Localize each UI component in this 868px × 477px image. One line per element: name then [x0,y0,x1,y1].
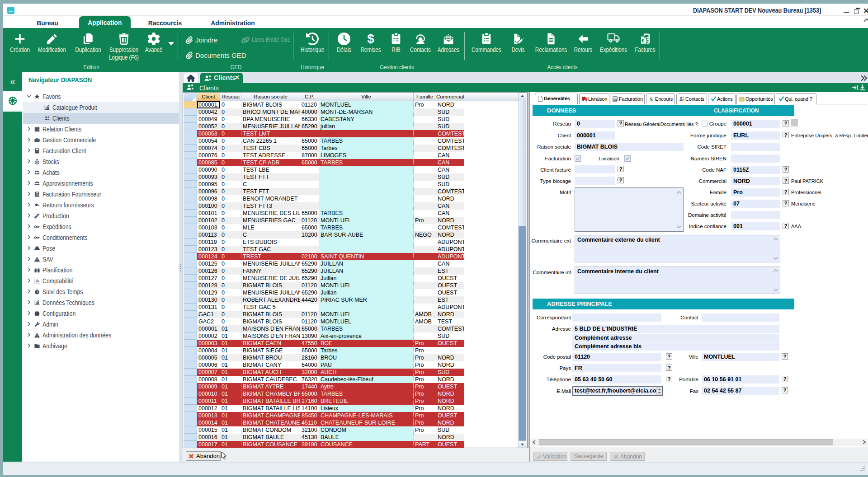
svg-text:$: $ [367,33,374,45]
svg-text:€: € [642,38,644,43]
svg-text:$: $ [650,96,653,102]
